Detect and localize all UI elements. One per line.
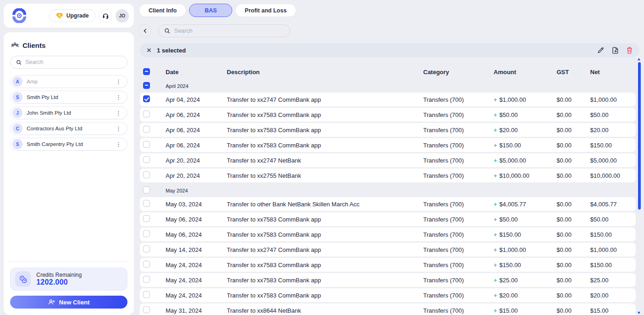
transaction-date: Apr 06, 2024 [166, 142, 227, 149]
client-item[interactable]: S Smith Pty Ltd ⋮ [10, 91, 127, 104]
transaction-gst: $0.00 [557, 277, 590, 284]
group-checkbox[interactable] [143, 82, 150, 89]
scroll-down-arrow-icon[interactable] [638, 312, 640, 314]
vertical-scrollbar[interactable] [638, 58, 641, 314]
app-root: Upgrade JO [0, 0, 644, 315]
client-menu-button[interactable]: ⋮ [114, 109, 123, 117]
transaction-description: Transfer to xx2747 NetBank [227, 157, 423, 164]
table-header-row: Date Description Category Amount GST Net [140, 65, 636, 79]
transaction-gst: $0.00 [557, 307, 590, 314]
transaction-date: Apr 20, 2024 [166, 157, 227, 164]
transaction-gst: $0.00 [557, 231, 590, 238]
scrollbar-thumb[interactable] [638, 62, 641, 210]
credit-plus-icon: + [494, 307, 497, 314]
edit-button[interactable] [597, 47, 604, 54]
tab-client-info[interactable]: Client Info [139, 4, 186, 17]
transaction-row[interactable]: May 14, 2024 Transfer to xx2747 CommBank… [140, 243, 636, 257]
select-all-checkbox[interactable] [143, 68, 150, 75]
row-checkbox[interactable] [143, 306, 150, 313]
clear-selection-button[interactable] [146, 47, 152, 53]
transactions-search-input[interactable] [174, 28, 284, 34]
row-checkbox[interactable] [143, 245, 150, 252]
row-checkbox[interactable] [143, 215, 150, 222]
transaction-row[interactable]: Apr 04, 2024 Transfer to xx2747 CommBank… [140, 93, 636, 106]
transaction-date: May 06, 2024 [166, 216, 227, 223]
row-checkbox[interactable] [143, 230, 150, 237]
transaction-category: Transfers (700) [423, 111, 494, 118]
row-checkbox[interactable] [143, 141, 150, 148]
transaction-net: $20.00 [590, 292, 636, 299]
transaction-amount: +$50.00 [494, 111, 557, 118]
client-menu-button[interactable]: ⋮ [114, 140, 123, 148]
delete-button[interactable] [626, 47, 633, 54]
credit-plus-icon: + [494, 292, 497, 299]
transaction-gst: $0.00 [557, 292, 590, 299]
transactions-search[interactable] [158, 24, 290, 37]
client-name: Smith Carpentry Pty Ltd [27, 141, 109, 147]
transaction-net: $150.00 [590, 262, 636, 268]
client-avatar: C [12, 123, 23, 134]
search-icon [16, 59, 22, 65]
sidebar-top-card: Upgrade JO [4, 4, 134, 28]
client-item[interactable]: A Amp ⋮ [10, 75, 127, 88]
transaction-amount: +$20.00 [494, 127, 557, 134]
transaction-row[interactable]: May 31, 2024 Transfer to xx8644 NetBank … [140, 303, 636, 315]
tab-bas[interactable]: BAS [189, 4, 232, 17]
transaction-category: Transfers (700) [423, 277, 494, 284]
column-header-category: Category [423, 69, 494, 76]
people-icon [11, 42, 19, 49]
row-checkbox[interactable] [143, 111, 150, 117]
transaction-row[interactable]: May 24, 2024 Transfer to xx7583 CommBank… [140, 273, 636, 287]
month-group-row: May 2024 [140, 184, 636, 197]
transaction-row[interactable]: Apr 06, 2024 Transfer to xx7583 CommBank… [140, 138, 636, 152]
transaction-amount: +$4,005.77 [494, 201, 557, 208]
row-checkbox[interactable] [143, 261, 150, 268]
group-checkbox[interactable] [143, 187, 150, 193]
transaction-description: Transfer to xx7583 CommBank app [227, 111, 423, 118]
credit-plus-icon: + [494, 277, 497, 284]
client-avatar: S [12, 92, 23, 102]
export-button[interactable] [611, 47, 619, 54]
transaction-row[interactable]: Apr 20, 2024 Transfer to xx2747 NetBank … [140, 153, 636, 167]
user-avatar[interactable]: JO [115, 9, 129, 23]
new-client-button[interactable]: New Client [10, 296, 127, 309]
transaction-row[interactable]: May 24, 2024 Transfer to xx7583 CommBank… [140, 288, 636, 302]
clients-search[interactable] [10, 56, 127, 69]
row-checkbox[interactable] [143, 95, 150, 102]
transaction-row[interactable]: Apr 20, 2024 Transfer to xx2755 NetBank … [140, 169, 636, 182]
transaction-row[interactable]: May 06, 2024 Transfer to xx7583 CommBank… [140, 212, 636, 226]
transaction-row[interactable]: Apr 06, 2024 Transfer to xx7583 CommBank… [140, 123, 636, 137]
transaction-row[interactable]: May 24, 2024 Transfer to xx7583 CommBank… [140, 258, 636, 272]
upgrade-button[interactable]: Upgrade [49, 9, 96, 22]
client-item[interactable]: J John Smith Pty Ltd ⋮ [10, 106, 127, 119]
transaction-row[interactable]: May 03, 2024 Transfer to other Bank NetB… [140, 197, 636, 211]
row-checkbox[interactable] [143, 156, 150, 163]
client-menu-button[interactable]: ⋮ [114, 78, 123, 86]
transaction-amount: +$50.00 [494, 216, 557, 223]
client-menu-button[interactable]: ⋮ [114, 125, 123, 133]
row-checkbox[interactable] [143, 126, 150, 133]
clients-search-input[interactable] [25, 59, 121, 65]
transaction-row[interactable]: May 06, 2024 Transfer to xx7583 CommBank… [140, 228, 636, 241]
transaction-row[interactable]: Apr 06, 2024 Transfer to xx7583 CommBank… [140, 108, 636, 122]
transaction-category: Transfers (700) [423, 307, 494, 314]
transaction-net: $50.00 [590, 111, 636, 118]
transaction-description: Transfer to xx7583 CommBank app [227, 231, 423, 238]
column-header-net: Net [590, 69, 636, 76]
row-checkbox[interactable] [143, 276, 150, 283]
transaction-description: Transfer to other Bank NetBank Skillen M… [227, 201, 423, 208]
support-button[interactable] [99, 9, 112, 23]
app-logo-icon [12, 8, 27, 23]
column-header-gst: GST [557, 69, 590, 76]
trash-icon [626, 47, 633, 54]
client-item[interactable]: S Smith Carpentry Pty Ltd ⋮ [10, 138, 127, 151]
credit-plus-icon: + [494, 96, 497, 103]
scroll-up-arrow-icon[interactable] [638, 58, 640, 60]
tab-profit-and-loss[interactable]: Profit and Loss [235, 4, 296, 17]
client-item[interactable]: C Contractors Aus Pty Ltd ⋮ [10, 122, 127, 135]
row-checkbox[interactable] [143, 171, 150, 178]
row-checkbox[interactable] [143, 291, 150, 298]
row-checkbox[interactable] [143, 200, 150, 207]
client-menu-button[interactable]: ⋮ [114, 93, 123, 101]
back-button[interactable] [138, 24, 152, 37]
